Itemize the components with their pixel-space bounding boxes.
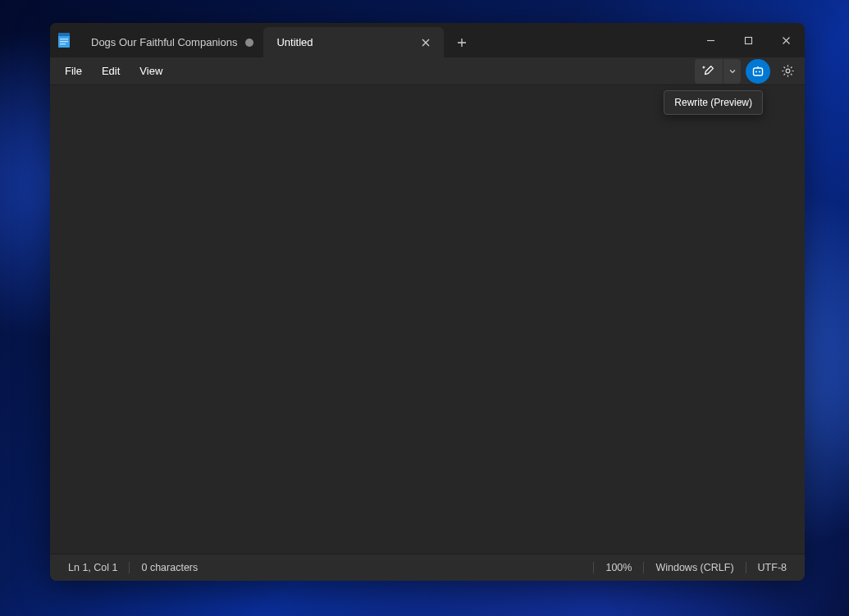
svg-rect-6 xyxy=(754,68,763,75)
rewrite-split-button[interactable] xyxy=(695,59,741,84)
desktop-background: Dogs Our Faithful Companions Untitled xyxy=(0,0,849,616)
settings-button[interactable] xyxy=(775,59,800,84)
divider xyxy=(129,562,130,573)
svg-rect-3 xyxy=(60,41,68,42)
sparkle-pen-icon xyxy=(701,64,716,79)
status-line-ending[interactable]: Windows (CRLF) xyxy=(649,562,740,573)
close-icon xyxy=(782,36,791,45)
svg-point-8 xyxy=(759,71,760,72)
titlebar[interactable]: Dogs Our Faithful Companions Untitled xyxy=(50,23,805,57)
maximize-button[interactable] xyxy=(729,23,767,57)
tab-title: Untitled xyxy=(276,36,409,48)
close-icon xyxy=(422,39,430,47)
status-cursor-position[interactable]: Ln 1, Col 1 xyxy=(62,562,124,573)
copilot-button[interactable] xyxy=(746,59,770,84)
rewrite-tooltip: Rewrite (Preview) xyxy=(664,90,763,115)
unsaved-indicator-icon xyxy=(245,39,253,47)
status-zoom[interactable]: 100% xyxy=(599,562,638,573)
tab-strip: Dogs Our Faithful Companions Untitled xyxy=(78,23,692,57)
tab-title: Dogs Our Faithful Companions xyxy=(91,36,237,48)
menu-edit[interactable]: Edit xyxy=(92,60,130,82)
svg-point-9 xyxy=(786,69,790,73)
minimize-button[interactable] xyxy=(692,23,729,57)
maximize-icon xyxy=(744,36,753,45)
tab-close-button[interactable] xyxy=(418,34,434,51)
rewrite-dropdown-button[interactable] xyxy=(723,59,741,84)
notepad-window: Dogs Our Faithful Companions Untitled xyxy=(50,23,805,581)
menu-view[interactable]: View xyxy=(130,60,172,82)
minimize-icon xyxy=(706,36,715,45)
statusbar: Ln 1, Col 1 0 characters 100% Windows (C… xyxy=(50,554,805,581)
svg-rect-2 xyxy=(60,39,68,39)
tab-dogs-our-faithful-companions[interactable]: Dogs Our Faithful Companions xyxy=(78,27,263,57)
svg-rect-1 xyxy=(58,33,70,36)
svg-rect-4 xyxy=(60,43,66,44)
menu-file[interactable]: File xyxy=(55,60,92,82)
editor-area xyxy=(50,85,805,554)
chevron-down-icon xyxy=(728,67,737,75)
status-encoding[interactable]: UTF-8 xyxy=(751,562,793,573)
notepad-app-icon xyxy=(50,23,78,57)
divider xyxy=(593,562,594,573)
svg-point-7 xyxy=(755,71,757,72)
divider xyxy=(643,562,644,573)
menubar: File Edit View xyxy=(50,57,805,85)
copilot-icon xyxy=(751,65,765,78)
new-tab-button[interactable] xyxy=(447,28,477,57)
text-editor[interactable] xyxy=(50,85,805,554)
plus-icon xyxy=(457,38,467,48)
window-controls xyxy=(692,23,805,57)
gear-icon xyxy=(781,64,795,78)
rewrite-button[interactable] xyxy=(695,59,723,84)
tab-untitled[interactable]: Untitled xyxy=(263,27,444,57)
divider xyxy=(746,562,746,573)
svg-rect-5 xyxy=(745,37,751,43)
close-window-button[interactable] xyxy=(767,23,805,57)
status-char-count[interactable]: 0 characters xyxy=(135,562,204,573)
